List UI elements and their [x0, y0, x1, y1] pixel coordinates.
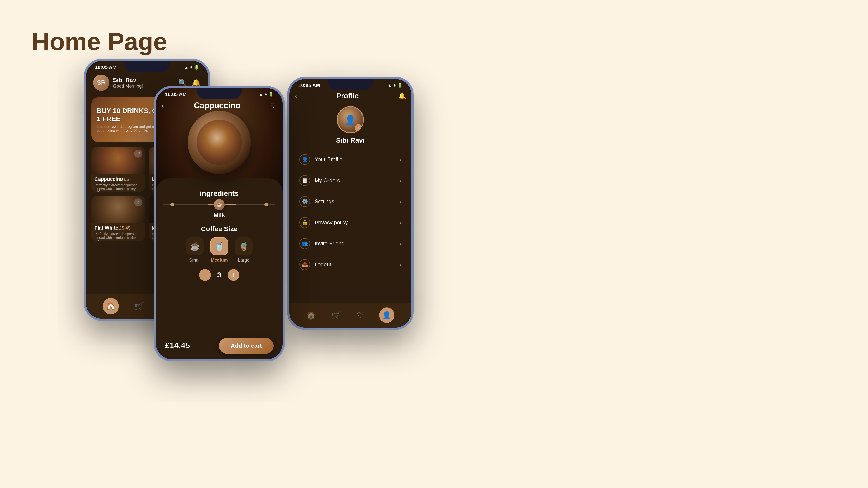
- size-label-large: Large: [238, 258, 249, 263]
- cappuccino-info: Cappuccino £5 Perfectly extracted espres…: [91, 174, 145, 192]
- my-orders-label: My Orders: [315, 177, 395, 184]
- size-icon-large: 🧋: [235, 237, 253, 255]
- status-time-profile: 10:05 AM: [298, 83, 320, 88]
- nav-home[interactable]: 🏠: [103, 298, 119, 314]
- slider-dot-right: [265, 203, 268, 206]
- profile-menu: 👤 Your Profile › 📋 My Orders › ⚙️ Settin…: [295, 149, 406, 275]
- notch: [124, 61, 169, 72]
- ingredients-title: ingredients: [163, 189, 275, 198]
- size-options: ☕ Small 🥤 Medium 🧋 Large: [163, 237, 275, 263]
- coffee-card-flatwhite[interactable]: ♡ Flat White £5.45 Perfectly extracted e…: [91, 196, 145, 241]
- coffee-size-title: Coffee Size: [163, 225, 275, 233]
- nav-cart[interactable]: 🛒: [134, 302, 144, 311]
- menu-item-your-profile[interactable]: 👤 Your Profile ›: [295, 149, 406, 170]
- ingredient-slider[interactable]: ☕: [163, 204, 275, 205]
- qty-value: 3: [217, 271, 221, 279]
- menu-item-my-orders[interactable]: 📋 My Orders ›: [295, 170, 406, 191]
- size-icon-medium: 🥤: [210, 237, 228, 255]
- privacy-label: Privacy policy: [315, 219, 395, 226]
- nav-home-btn[interactable]: 🏠: [103, 298, 119, 314]
- add-to-cart-row: £14.45 Add to cart: [156, 332, 283, 359]
- pnav-profile-btn[interactable]: 👤: [379, 307, 395, 323]
- add-to-cart-button[interactable]: Add to cart: [219, 338, 274, 354]
- coffee-art: [197, 120, 242, 165]
- status-icons-profile: ▲ ✦ 🔋: [388, 83, 402, 88]
- cappuccino-desc: Perfectly extracted espresso topped with…: [94, 183, 142, 192]
- chevron-logout: ›: [400, 261, 401, 268]
- cappuccino-name: Cappuccino: [94, 176, 123, 182]
- heart-btn-cappuccino[interactable]: ♡: [134, 150, 143, 158]
- profile-avatar-section: 👤 ✏️ Sibi Ravi: [289, 106, 411, 144]
- user-greeting: Good Morning!: [113, 84, 143, 89]
- profile-avatar[interactable]: 👤 ✏️: [337, 106, 364, 133]
- chevron-privacy: ›: [400, 219, 401, 226]
- privacy-icon: 🔒: [299, 217, 310, 228]
- user-name-home: Sibi Ravi: [113, 76, 143, 84]
- settings-icon: ⚙️: [299, 196, 310, 207]
- size-label-small: Small: [189, 258, 200, 263]
- coffee-image: [188, 111, 251, 174]
- pnav-cart[interactable]: 🛒: [331, 311, 341, 320]
- heart-btn-detail[interactable]: ♡: [271, 101, 277, 110]
- ingredient-label: Milk: [163, 212, 275, 219]
- detail-screen: 10:05 AM ▲ ✦ 🔋 ‹ Cappuccino ♡ ingredient…: [156, 88, 283, 359]
- status-time-home: 10:05 AM: [95, 64, 117, 70]
- chevron-your-profile: ›: [400, 156, 401, 163]
- slider-dot-left: [170, 203, 174, 206]
- chevron-settings: ›: [400, 198, 401, 205]
- logout-label: Logout: [315, 261, 395, 268]
- profile-screen: 10:05 AM ▲ ✦ 🔋 ‹ Profile 🔔 👤 ✏️ Sibi Rav…: [289, 79, 411, 328]
- cart-price: £14.45: [165, 341, 190, 350]
- slider-thumb[interactable]: ☕: [214, 199, 225, 210]
- size-icon-small: ☕: [186, 237, 204, 255]
- flatwhite-name: Flat White: [94, 225, 118, 231]
- status-time-detail: 10:05 AM: [165, 92, 187, 97]
- slider-track: ☕: [163, 204, 275, 205]
- profile-screen-title: Profile: [297, 92, 398, 100]
- cappuccino-price: £5: [124, 177, 129, 182]
- pnav-home[interactable]: 🏠: [306, 311, 316, 320]
- detail-header: ‹ Cappuccino ♡: [161, 101, 277, 110]
- phone-detail: 10:05 AM ▲ ✦ 🔋 ‹ Cappuccino ♡ ingredient…: [154, 86, 285, 361]
- invite-label: Invite Friend: [315, 240, 395, 247]
- profile-header: ‹ Profile 🔔: [295, 92, 406, 100]
- page-title: Home Page: [32, 27, 167, 56]
- menu-item-settings[interactable]: ⚙️ Settings ›: [295, 191, 406, 212]
- bottom-nav-profile: 🏠 🛒 ♡ 👤: [289, 303, 411, 328]
- size-label-medium: Medium: [211, 258, 228, 263]
- qty-increase[interactable]: +: [228, 269, 239, 281]
- logout-icon: 📤: [299, 259, 310, 270]
- profile-user-name: Sibi Ravi: [336, 136, 365, 144]
- notch-detail: [197, 88, 242, 99]
- qty-decrease[interactable]: −: [199, 269, 211, 281]
- heart-btn-flatwhite[interactable]: ♡: [134, 198, 143, 206]
- back-btn-profile[interactable]: ‹: [295, 92, 297, 100]
- size-large[interactable]: 🧋 Large: [235, 237, 253, 263]
- menu-item-logout[interactable]: 📤 Logout ›: [295, 254, 406, 275]
- bell-icon-profile[interactable]: 🔔: [398, 92, 406, 100]
- product-title: Cappuccino: [164, 101, 271, 110]
- back-button[interactable]: ‹: [161, 101, 164, 110]
- home-user-text: Sibi Ravi Good Morning!: [113, 76, 143, 89]
- avatar-edit-btn[interactable]: ✏️: [355, 124, 362, 131]
- my-orders-icon: 📋: [299, 175, 310, 186]
- status-icons-home: ▲ ✦ 🔋: [184, 65, 199, 70]
- pnav-wishlist[interactable]: ♡: [357, 311, 364, 320]
- size-small[interactable]: ☕ Small: [186, 237, 204, 263]
- flatwhite-desc: Perfectly extracted espresso topped with…: [94, 232, 142, 241]
- coffee-card-cappuccino[interactable]: ♡ Cappuccino £5 Perfectly extracted espr…: [91, 147, 145, 192]
- avatar-home: SR: [93, 74, 110, 91]
- settings-label: Settings: [315, 198, 395, 205]
- menu-item-invite-friend[interactable]: 👥 Invite Friend ›: [295, 233, 406, 254]
- your-profile-label: Your Profile: [315, 156, 395, 163]
- size-medium[interactable]: 🥤 Medium: [210, 237, 228, 263]
- notch-profile: [328, 79, 373, 90]
- home-user: SR Sibi Ravi Good Morning!: [93, 74, 143, 91]
- phone-profile: 10:05 AM ▲ ✦ 🔋 ‹ Profile 🔔 👤 ✏️ Sibi Rav…: [287, 77, 414, 330]
- menu-item-privacy-policy[interactable]: 🔒 Privacy policy ›: [295, 212, 406, 233]
- flatwhite-price: £5.45: [119, 225, 131, 230]
- cart-icon: 🛒: [134, 302, 144, 311]
- invite-icon: 👥: [299, 238, 310, 249]
- chevron-invite: ›: [400, 240, 401, 247]
- chevron-my-orders: ›: [400, 177, 401, 184]
